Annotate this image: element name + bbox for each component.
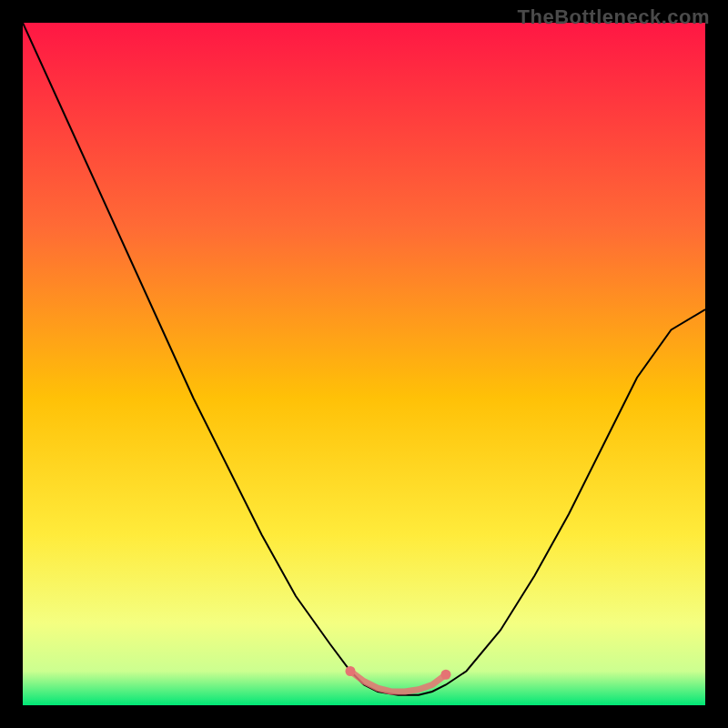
watermark-text: TheBottleneck.com [518,5,710,29]
gradient-background [23,23,705,705]
optimal-range-endpoint [441,670,451,680]
chart-plot-area [23,23,705,705]
chart-svg [23,23,705,705]
optimal-range-endpoint [346,666,356,676]
